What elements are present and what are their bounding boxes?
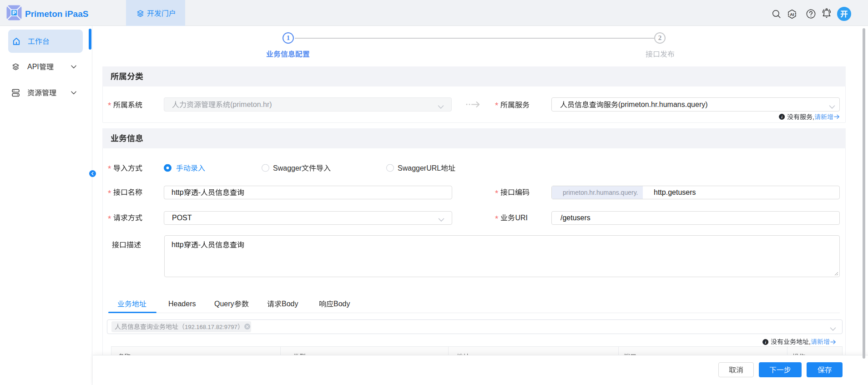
svg-text:AI: AI	[790, 12, 794, 17]
